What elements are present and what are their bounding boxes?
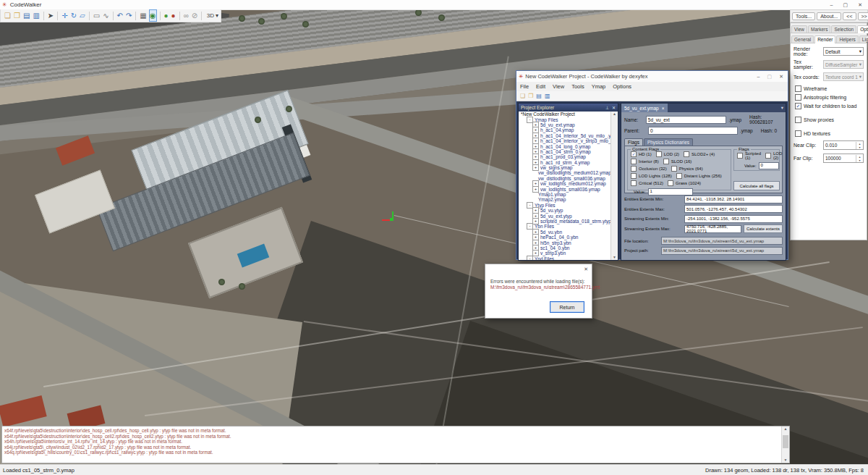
checkbox-hd-textures[interactable]: HD textures (795, 130, 867, 137)
close-icon[interactable]: ✕ (584, 266, 588, 272)
tools-button[interactable]: Tools... (792, 12, 815, 20)
close-icon[interactable]: ✕ (612, 105, 616, 110)
project-window-titlebar[interactable]: ✳ New CodeWalker Project - CodeWalker by… (516, 71, 788, 82)
open-project-icon[interactable]: ❐ (528, 91, 533, 101)
extents-field[interactable]: -254.1001, -1382.156, -952.5575 (684, 215, 783, 223)
checkbox-scripted-1-[interactable]: Scripted (1) (737, 151, 761, 160)
chevron-down-icon[interactable]: ▾ (781, 105, 786, 111)
spinner-arrows[interactable]: ▴▾ (856, 155, 863, 162)
tree-item[interactable]: vw_distlodlights_medium012.ymap (519, 170, 611, 175)
rotate-tool-icon[interactable]: ↻ (71, 10, 77, 21)
tree-item[interactable]: Ymap1.ymap (519, 192, 611, 197)
checkbox-occlusion-32-[interactable]: Occlusion (32) (631, 166, 667, 172)
subtab-lighting[interactable]: Lighting (859, 35, 868, 43)
checkbox-lod-2-[interactable]: LOD (2) (656, 151, 679, 157)
grid-icon[interactable]: ▦ (140, 10, 146, 21)
box-tool-icon[interactable]: ▭ (93, 10, 100, 21)
save-all-icon[interactable]: ▥ (545, 91, 550, 101)
subtab-render[interactable]: Render (814, 35, 835, 43)
collapse-right-button[interactable]: >> (858, 12, 868, 20)
checkbox-lod-2-[interactable]: LOD (2) (765, 151, 782, 160)
scroll-up-icon[interactable]: ▲ (613, 112, 616, 116)
close-icon[interactable]: ✕ (858, 2, 862, 8)
checkbox-wireframe[interactable]: Wireframe (795, 85, 867, 92)
tree-item[interactable]: -Ynd Files (519, 256, 611, 260)
subtab-general[interactable]: General (791, 35, 814, 43)
checkbox-anisotropic-filtering[interactable]: Anisotropic filtering (795, 94, 867, 101)
close-icon[interactable]: ✕ (779, 74, 783, 80)
open-file-icon[interactable]: ❐ (14, 10, 20, 21)
tree-item[interactable]: +vw_signs.ymap (519, 165, 611, 170)
extents-field[interactable]: 501.0576, -1276.457, 40.54302 (684, 205, 783, 213)
path-tool-icon[interactable]: ∿ (103, 10, 109, 21)
main-titlebar[interactable]: ✳ CodeWalker – ▢ ✕ (0, 0, 868, 10)
link-icon[interactable]: ∞ (184, 10, 189, 21)
return-button[interactable]: Return (550, 301, 584, 313)
calculate-extents-button[interactable]: Calculate extents (744, 224, 783, 233)
scale-tool-icon[interactable]: ▱ (80, 10, 85, 21)
checkbox-wait-for-children-to-load[interactable]: ✓Wait for children to load (795, 103, 867, 109)
menu-edit[interactable]: Edit (532, 83, 549, 90)
spinner-arrows[interactable]: ▴▾ (856, 142, 863, 149)
checkbox-critical-512-[interactable]: Critical (512) (631, 180, 663, 186)
maximize-icon[interactable]: ▢ (767, 74, 773, 80)
move-tool-icon[interactable]: ✛ (61, 10, 67, 21)
scroll-down-icon[interactable]: ▼ (611, 255, 618, 259)
new-file-icon[interactable]: ❏ (4, 10, 11, 21)
scroll-up-icon[interactable]: ▲ (784, 426, 788, 431)
tab-view[interactable]: View (791, 25, 807, 33)
checkbox-grass-1024-[interactable]: Grass (1024) (668, 180, 701, 186)
name-input[interactable]: 5d_vu_ext (646, 116, 727, 124)
menu-file[interactable]: File (516, 83, 532, 90)
minimize-icon[interactable]: – (830, 2, 833, 8)
extents-field[interactable]: 84.4241, -1318.362, 28.14901 (684, 196, 783, 203)
checkbox-lod-lights-128-[interactable]: LOD Lights (128) (631, 173, 672, 179)
pagetab-physics-dictionaries[interactable]: Physics Dictionaries (644, 138, 693, 146)
collapse-icon[interactable]: - (527, 256, 533, 260)
gizmo-origin[interactable] (390, 218, 393, 221)
far-clip-field[interactable]: 100000 ▴▾ (823, 154, 864, 163)
checkbox-distant-lights-256-[interactable]: Distant Lights (256) (676, 173, 722, 179)
world-view-icon[interactable]: ◉ (150, 10, 156, 21)
save-icon[interactable]: ▤ (536, 91, 542, 101)
menu-options[interactable]: Options (609, 83, 635, 90)
pin-icon[interactable]: ⊥ (605, 105, 609, 110)
scrollbar-thumb[interactable] (783, 435, 788, 448)
flags-value-input[interactable]: 0 (759, 162, 779, 169)
menu-tools[interactable]: Tools (568, 83, 588, 90)
new-project-icon[interactable]: ❏ (520, 91, 525, 101)
menu-view[interactable]: View (549, 83, 568, 90)
tree-scrollbar[interactable]: ▲ ▼ (610, 112, 618, 260)
view-mode-dropdown[interactable]: 3D ▾ (207, 12, 218, 19)
tab-selection[interactable]: Selection (831, 25, 856, 33)
parent-input[interactable]: 0 (648, 127, 738, 135)
entities-toggle-icon[interactable]: ● (164, 10, 169, 21)
log-scrollbar[interactable]: ▲ ▼ (781, 426, 789, 463)
tab-markers[interactable]: Markers (808, 25, 830, 33)
dropdown-render-mode-[interactable]: Default▾ (823, 47, 864, 56)
checkbox-slod-16-[interactable]: SLOD (16) (663, 159, 692, 164)
tree-item[interactable]: +vw_lodlights_small036.ymap (519, 186, 611, 191)
save-icon[interactable]: ▤ (23, 10, 30, 21)
minimize-icon[interactable]: – (757, 74, 760, 80)
content-flags-value-input[interactable]: 1 (648, 188, 693, 196)
subtab-helpers[interactable]: Helpers (836, 35, 858, 43)
maximize-icon[interactable]: ▢ (843, 2, 848, 8)
near-clip-field[interactable]: 0.010 ▴▾ (823, 140, 864, 150)
tab-options[interactable]: Options (857, 25, 868, 33)
redo-icon[interactable]: ↷ (126, 10, 132, 21)
checkbox-interior-8-[interactable]: Interior (8) (631, 159, 659, 164)
menu-ymap[interactable]: Ymap (588, 83, 610, 90)
undo-icon[interactable]: ↶ (117, 10, 123, 21)
checkbox-slod2-4-[interactable]: SLOD2+ (4) (684, 151, 715, 157)
lock-icon[interactable]: ⊘ (192, 10, 197, 21)
checkbox-physics-64-[interactable]: Physics (64) (671, 166, 703, 172)
calculate-all-flags-button[interactable]: Calculate all flags (733, 181, 780, 190)
checkbox-hd-1-[interactable]: ✓HD (1) (631, 151, 652, 157)
extents-field[interactable]: 4750.716, -428.2885, 2021.0771 (684, 225, 741, 233)
collapse-left-button[interactable]: << (843, 12, 856, 20)
document-tab[interactable]: 5d_vu_ext.ymap × (621, 104, 668, 112)
pagetab-flags[interactable]: Flags (624, 138, 643, 146)
pointer-tool-icon[interactable]: ➤ (48, 10, 54, 21)
about-button[interactable]: About... (817, 12, 841, 20)
